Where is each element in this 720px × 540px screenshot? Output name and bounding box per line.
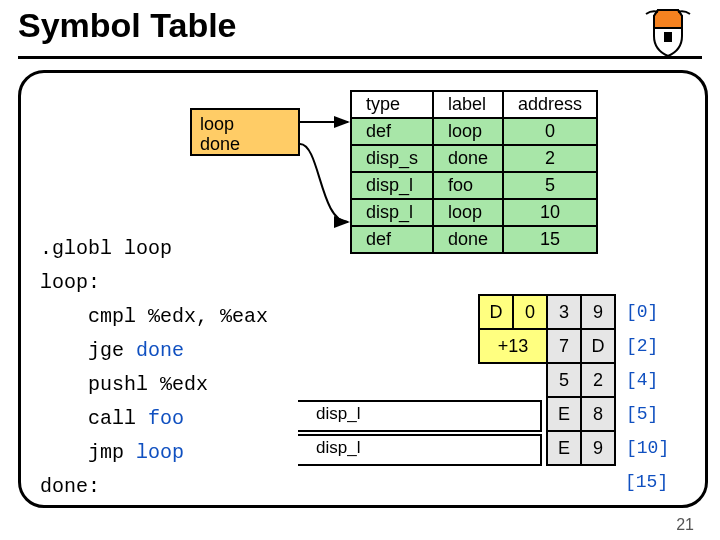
st-addr: 2 bbox=[503, 145, 597, 172]
title-underline bbox=[18, 56, 702, 59]
st-type: disp_s bbox=[351, 145, 433, 172]
st-label: loop bbox=[433, 199, 503, 226]
bytes-table: D 0 3 9 [0] +13 7 D [2] 5 2 [4] E 8 [5] … bbox=[478, 294, 671, 498]
byte-addr: [10] bbox=[615, 431, 670, 465]
st-label: done bbox=[433, 226, 503, 253]
byte: D bbox=[581, 329, 615, 363]
byte: 9 bbox=[581, 295, 615, 329]
byte: 3 bbox=[547, 295, 581, 329]
st-type: def bbox=[351, 226, 433, 253]
slide: Symbol Table loop done type label addres… bbox=[0, 0, 720, 540]
byte-addr: [2] bbox=[615, 329, 670, 363]
st-label: loop bbox=[433, 118, 503, 145]
slide-title: Symbol Table bbox=[18, 6, 237, 45]
symtab-hd-type: type bbox=[351, 91, 433, 118]
code-line: jge bbox=[40, 339, 136, 362]
crest-icon bbox=[638, 6, 698, 60]
byte-addr: [15] bbox=[615, 465, 670, 498]
st-addr: 10 bbox=[503, 199, 597, 226]
page-number: 21 bbox=[676, 516, 694, 534]
symbol-table: type label address defloop0 disp_sdone2 … bbox=[350, 90, 598, 254]
st-addr: 15 bbox=[503, 226, 597, 253]
byte-addr: [0] bbox=[615, 295, 670, 329]
code-block: .globl loop loop: cmpl %edx, %eax jge do… bbox=[40, 232, 268, 504]
byte: 9 bbox=[581, 431, 615, 465]
st-label: done bbox=[433, 145, 503, 172]
symtab-hd-label: label bbox=[433, 91, 503, 118]
code-line: jmp bbox=[40, 441, 136, 464]
st-label: foo bbox=[433, 172, 503, 199]
byte-addr: [4] bbox=[615, 363, 670, 397]
code-line: call bbox=[40, 407, 148, 430]
code-line: done: bbox=[40, 475, 100, 498]
code-line: pushl %edx bbox=[40, 373, 208, 396]
byte: 5 bbox=[547, 363, 581, 397]
byte: E bbox=[547, 397, 581, 431]
svg-rect-0 bbox=[664, 32, 672, 42]
code-line: loop: bbox=[40, 271, 100, 294]
code-line: cmpl %edx, %eax bbox=[40, 305, 268, 328]
st-addr: 5 bbox=[503, 172, 597, 199]
symbol-box-line2: done bbox=[200, 134, 290, 154]
byte: 0 bbox=[513, 295, 547, 329]
symtab-hd-address: address bbox=[503, 91, 597, 118]
st-type: disp_l bbox=[351, 199, 433, 226]
byte: 7 bbox=[547, 329, 581, 363]
byte-addr: [5] bbox=[615, 397, 670, 431]
byte: D bbox=[479, 295, 513, 329]
st-type: disp_l bbox=[351, 172, 433, 199]
code-line: .globl loop bbox=[40, 237, 172, 260]
st-addr: 0 bbox=[503, 118, 597, 145]
st-type: def bbox=[351, 118, 433, 145]
symbol-box-line1: loop bbox=[200, 114, 290, 134]
byte: 2 bbox=[581, 363, 615, 397]
symbol-box: loop done bbox=[190, 108, 300, 156]
byte: +13 bbox=[479, 329, 547, 363]
code-sym: done bbox=[136, 339, 184, 362]
code-sym: loop bbox=[136, 441, 184, 464]
byte: E bbox=[547, 431, 581, 465]
byte: 8 bbox=[581, 397, 615, 431]
code-sym: foo bbox=[148, 407, 184, 430]
